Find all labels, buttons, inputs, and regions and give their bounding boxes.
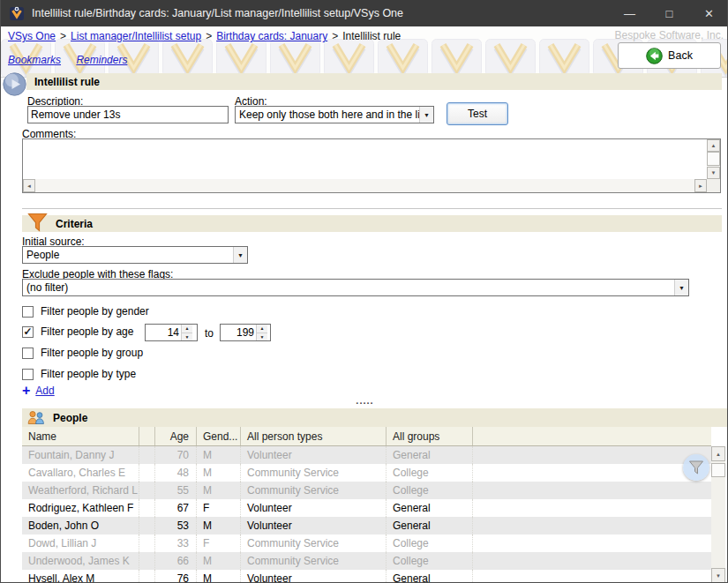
- column-header-age[interactable]: Age: [155, 427, 197, 445]
- cell-groups: General: [387, 570, 473, 583]
- minimize-button[interactable]: —: [610, 0, 649, 26]
- company-label: Bespoke Software, Inc.: [615, 29, 724, 41]
- cell-spacer: [139, 552, 155, 570]
- spin-down-icon[interactable]: ▼: [257, 333, 267, 341]
- cell-person-types: Volunteer: [241, 499, 387, 517]
- filter-group-row: Filter people by group: [22, 347, 143, 359]
- column-header-person-types[interactable]: All person types: [241, 427, 387, 445]
- table-row[interactable]: Fountain, Danny J70MVolunteerGeneral: [22, 446, 711, 464]
- table-row[interactable]: Underwood, James K66MCommunity ServiceCo…: [22, 552, 711, 570]
- people-grid-header: Name Age Gend... All person types All gr…: [22, 427, 711, 446]
- cell-spacer: [139, 446, 155, 464]
- age-from-input[interactable]: [146, 325, 181, 340]
- column-header-groups[interactable]: All groups: [387, 427, 473, 445]
- breadcrumb-separator: >: [60, 30, 66, 42]
- cell-gender: F: [197, 534, 241, 552]
- criteria-section-title: Criteria: [56, 218, 93, 230]
- cell-filler: [473, 534, 711, 552]
- breadcrumb-vsys-one[interactable]: VSys One: [8, 30, 56, 42]
- back-button[interactable]: Back: [618, 42, 721, 69]
- cell-age: 66: [155, 552, 197, 570]
- table-row[interactable]: Dowd, Lillian J33FCommunity ServiceColle…: [22, 534, 711, 552]
- action-select[interactable]: Keep only those both here and in the lis…: [235, 106, 434, 123]
- breadcrumb-separator: >: [332, 30, 338, 42]
- cell-age: 67: [155, 499, 197, 517]
- table-row[interactable]: Hysell, Alex M76MVolunteerGeneral: [22, 570, 711, 583]
- age-from-stepper: ▲▼: [145, 324, 198, 341]
- exclude-flags-select[interactable]: (no filter) ▼: [22, 279, 689, 296]
- comments-textarea[interactable]: [23, 139, 706, 178]
- cell-groups: General: [387, 499, 473, 517]
- filter-group-checkbox[interactable]: [22, 348, 34, 359]
- comments-hscroll-track[interactable]: [23, 179, 707, 192]
- column-header-name[interactable]: Name: [22, 427, 139, 445]
- filter-age-label: Filter people by age: [41, 325, 133, 338]
- chevron-down-icon[interactable]: ▼: [233, 247, 247, 263]
- header-strip: VSys One>List manager/Intellilist setup>…: [1, 26, 728, 78]
- filter-gender-checkbox[interactable]: [22, 306, 34, 318]
- age-to-input[interactable]: [221, 325, 256, 340]
- grid-filter-button[interactable]: [683, 454, 709, 481]
- scroll-down-icon[interactable]: ▼: [707, 167, 720, 179]
- filter-type-label: Filter people by type: [41, 368, 136, 380]
- app-logo-icon: [9, 5, 25, 21]
- cell-gender: F: [197, 499, 241, 517]
- scroll-up-icon[interactable]: ▲: [707, 139, 720, 152]
- title-bar: Intellilist rule/Birthday cards: January…: [1, 0, 728, 26]
- test-button[interactable]: Test: [447, 102, 508, 125]
- scroll-right-icon[interactable]: ►: [694, 179, 707, 192]
- people-icon: [26, 410, 46, 425]
- cell-groups: General: [387, 517, 473, 534]
- column-header-filler: [473, 427, 711, 445]
- window-title: Intellilist rule/Birthday cards: January…: [32, 7, 403, 19]
- people-vscroll-thumb[interactable]: [711, 463, 725, 477]
- filter-age-row: ✓ Filter people by age: [22, 325, 133, 338]
- bookmarks-link[interactable]: Bookmarks: [8, 54, 61, 66]
- cell-age: 53: [155, 517, 197, 534]
- description-input[interactable]: [27, 106, 229, 123]
- cell-age: 70: [155, 446, 197, 464]
- rule-section-header: Intellilist rule: [26, 73, 722, 90]
- spin-down-icon[interactable]: ▼: [182, 333, 192, 341]
- reminders-link[interactable]: Reminders: [76, 54, 127, 66]
- splitter-handle[interactable]: .....: [1, 395, 728, 406]
- spin-up-icon[interactable]: ▲: [257, 325, 267, 333]
- table-row[interactable]: Cavallaro, Charles E48MCommunity Service…: [22, 464, 711, 482]
- cell-person-types: Community Service: [241, 534, 387, 552]
- table-row[interactable]: Boden, John O53MVolunteerGeneral: [22, 517, 711, 534]
- close-button[interactable]: ✕: [689, 0, 728, 26]
- table-row[interactable]: Rodriguez, Kathleen F67FVolunteerGeneral: [22, 499, 711, 517]
- cell-filler: [473, 464, 711, 482]
- comments-vscroll-thumb[interactable]: [707, 152, 720, 166]
- cell-gender: M: [197, 464, 241, 482]
- column-header-gender[interactable]: Gend...: [197, 427, 241, 445]
- column-header-spacer: [139, 427, 155, 445]
- spin-up-icon[interactable]: ▲: [182, 325, 192, 333]
- people-section-header: People: [22, 408, 728, 427]
- app-window: Intellilist rule/Birthday cards: January…: [0, 0, 728, 583]
- chevron-down-icon[interactable]: ▼: [419, 107, 433, 123]
- cell-age: 48: [155, 464, 197, 482]
- cell-groups: College: [387, 482, 473, 499]
- cell-gender: M: [197, 482, 241, 499]
- table-row[interactable]: Weatherford, Richard L55MCommunity Servi…: [22, 482, 711, 499]
- cell-spacer: [139, 570, 155, 583]
- breadcrumb-birthday-cards[interactable]: Birthday cards: January: [216, 30, 327, 42]
- chevron-down-icon[interactable]: ▼: [674, 280, 688, 295]
- initial-source-select[interactable]: People ▼: [22, 246, 248, 264]
- maximize-button[interactable]: □: [649, 0, 689, 26]
- scroll-left-icon[interactable]: ◄: [23, 179, 35, 192]
- scroll-corner: [707, 179, 720, 192]
- section-play-button[interactable]: [3, 72, 26, 96]
- cell-person-types: Community Service: [241, 464, 387, 482]
- cell-name: Underwood, James K: [22, 552, 139, 570]
- cell-name: Hysell, Alex M: [22, 570, 139, 583]
- cell-filler: [473, 499, 711, 517]
- scroll-down-icon[interactable]: ▼: [711, 568, 725, 583]
- filter-age-checkbox[interactable]: ✓: [22, 326, 34, 338]
- cell-filler: [473, 482, 711, 499]
- cell-groups: College: [387, 464, 473, 482]
- filter-type-checkbox[interactable]: [22, 369, 34, 380]
- breadcrumb-list-manager[interactable]: List manager/Intellilist setup: [71, 30, 201, 42]
- scroll-up-icon[interactable]: ▲: [711, 446, 725, 461]
